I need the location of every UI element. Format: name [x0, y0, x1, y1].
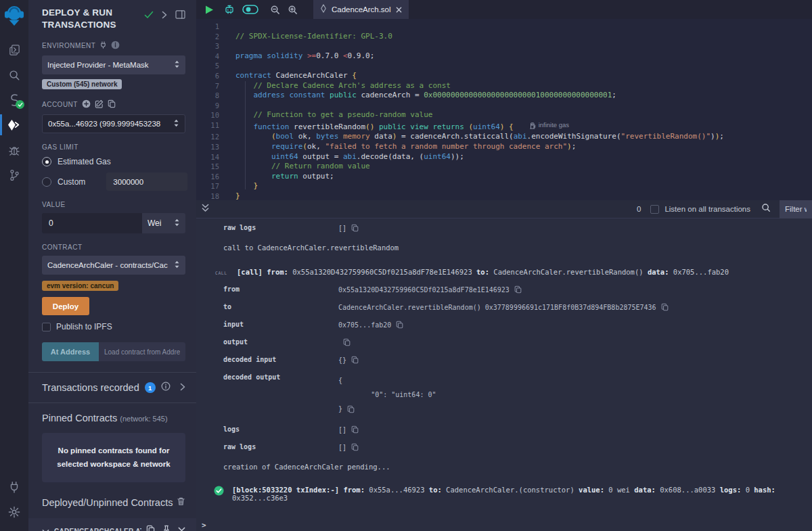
terminal-success-row: [block:5033220 txIndex:-] from: 0x55a...…	[214, 486, 812, 502]
code-editor[interactable]: 12// SPDX-License-Identifier: GPL-3.034p…	[196, 19, 812, 200]
code-line[interactable]: 3	[196, 41, 812, 51]
terminal-kv-row: decoded input{}	[223, 356, 812, 364]
copy-icon[interactable]	[351, 356, 359, 364]
network-badge: Custom (545) network	[42, 79, 122, 89]
copy-contract-icon[interactable]	[146, 525, 155, 531]
code-line[interactable]: 6contract CadenceArchCaler {	[196, 71, 812, 81]
panel-pin-icon[interactable]	[175, 9, 185, 22]
copy-icon[interactable]	[351, 425, 359, 434]
pinned-empty-message: No pinned contracts found for selected w…	[42, 433, 185, 482]
line-number: 2	[196, 32, 226, 42]
plugin-manager-icon[interactable]	[0, 474, 28, 499]
copy-icon[interactable]	[351, 443, 359, 451]
code-line[interactable]: 10 // Function to get a pseudo-random va…	[196, 110, 812, 120]
remix-ai-icon[interactable]	[224, 4, 235, 15]
terminal-kv-row: raw logs[]	[223, 224, 812, 232]
add-account-icon[interactable]	[82, 99, 91, 110]
listen-all-label: Listen on all transactions	[664, 205, 750, 213]
code-line[interactable]: 1	[196, 22, 812, 32]
terminal-filter-input[interactable]	[780, 200, 812, 218]
transactions-info-icon[interactable]	[161, 382, 171, 394]
debugger-icon[interactable]	[0, 137, 28, 162]
panel-expand-icon[interactable]	[162, 9, 167, 22]
code-line[interactable]: 4pragma solidity >=0.7.0 <0.9.0;	[196, 51, 812, 62]
value-input[interactable]	[42, 213, 142, 233]
file-explorer-icon[interactable]	[0, 37, 28, 62]
line-number: 9	[196, 101, 226, 111]
line-number: 4	[196, 51, 226, 62]
copy-icon[interactable]	[514, 285, 522, 294]
code-line[interactable]: 7 // Declare Cadence Arch's address as a…	[196, 81, 812, 91]
copy-icon[interactable]	[396, 321, 403, 329]
terminal-kv-row: from0x55a1320D432759960C5Df0215a8dF78e1E…	[223, 285, 812, 294]
deploy-run-icon[interactable]	[0, 112, 28, 137]
run-script-icon[interactable]	[204, 5, 214, 15]
custom-gas-radio[interactable]	[42, 177, 51, 187]
zoom-out-icon[interactable]	[270, 5, 280, 15]
code-line[interactable]: 2// SPDX-License-Identifier: GPL-3.0	[196, 32, 812, 42]
git-icon[interactable]	[0, 162, 28, 187]
code-line[interactable]: 13 require(ok, "failed to fetch a random…	[196, 142, 812, 152]
panel-check-icon	[144, 9, 154, 22]
environment-info-icon[interactable]	[111, 41, 120, 51]
copy-icon[interactable]	[343, 338, 351, 346]
line-number: 1	[196, 22, 226, 32]
code-line[interactable]: 9	[196, 101, 812, 111]
terminal-body: raw logs[]call to CadenceArchCaler.rever…	[196, 218, 812, 531]
settings-icon[interactable]	[0, 499, 28, 524]
clear-deployed-icon[interactable]	[177, 497, 185, 509]
terminal-kv-block-row: decoded output{ "0": "uint64: 0"}	[223, 373, 812, 416]
deploy-run-panel: DEPLOY & RUN TRANSACTIONS ENVIRONMENT In…	[28, 0, 196, 531]
copy-icon[interactable]	[347, 405, 355, 413]
copy-icon[interactable]	[661, 303, 669, 311]
solidity-file-icon	[320, 3, 327, 16]
tab-close-icon[interactable]	[396, 3, 402, 16]
code-line[interactable]: 16 return output;	[196, 172, 812, 182]
copy-account-icon[interactable]	[108, 99, 116, 110]
at-address-button[interactable]: At Address	[42, 342, 99, 361]
stepper-icon	[174, 218, 180, 229]
value-unit-select[interactable]: Wei	[142, 213, 185, 233]
line-number: 3	[196, 41, 226, 51]
sign-message-icon[interactable]	[95, 99, 104, 110]
success-check-icon[interactable]	[214, 486, 224, 499]
terminal-collapse-icon[interactable]	[202, 203, 209, 215]
terminal-search-icon[interactable]	[761, 203, 771, 215]
ai-toggle-icon[interactable]	[242, 5, 258, 14]
close-contract-icon[interactable]	[178, 525, 185, 531]
remix-logo[interactable]	[4, 4, 24, 29]
search-icon[interactable]	[0, 62, 28, 87]
code-line[interactable]: 11 function revertibleRandom() public vi…	[196, 120, 812, 132]
at-address-input[interactable]	[99, 342, 185, 361]
environment-select[interactable]: Injected Provider - MetaMask	[42, 55, 185, 74]
code-line[interactable]: 5	[196, 61, 812, 71]
listen-all-checkbox[interactable]	[650, 205, 659, 214]
deploy-button[interactable]: Deploy	[42, 297, 89, 315]
transactions-expand-icon[interactable]	[180, 382, 185, 394]
code-line[interactable]: 17 }	[196, 181, 812, 191]
code-line[interactable]: 18}	[196, 191, 812, 200]
terminal-prompt[interactable]: >	[202, 521, 812, 530]
code-line[interactable]: 15 // Return random value	[196, 162, 812, 172]
remix-ide-window: DEPLOY & RUN TRANSACTIONS ENVIRONMENT In…	[0, 0, 812, 531]
terminal-call-row: call[call] from: 0x55a1320D432759960C5Df…	[215, 268, 812, 276]
code-line[interactable]: 8 address constant public cadenceArch = …	[196, 91, 812, 101]
panel-title: DEPLOY & RUN TRANSACTIONS	[42, 7, 143, 30]
chevron-down-icon[interactable]	[42, 525, 49, 531]
terminal-header: 0 Listen on all transactions	[196, 200, 812, 218]
zoom-in-icon[interactable]	[288, 5, 298, 15]
custom-gas-input[interactable]	[106, 172, 187, 191]
stepper-icon	[174, 60, 180, 70]
code-line[interactable]: 12 (bool ok, bytes memory data) = cadenc…	[196, 132, 812, 142]
publish-ipfs-checkbox[interactable]	[42, 323, 51, 331]
code-line[interactable]: 14 uint64 output = abi.decode(data, (uin…	[196, 152, 812, 162]
pin-contract-icon[interactable]	[162, 525, 171, 531]
copy-icon[interactable]	[351, 224, 359, 232]
contract-select[interactable]: CadenceArchCaler - contracts/Cac	[42, 256, 185, 275]
terminal-kv-row: input0x705...fab20	[223, 321, 812, 329]
estimated-gas-radio[interactable]	[42, 157, 51, 166]
account-select[interactable]: 0x55a...46923 (999.9999453238	[42, 114, 185, 133]
solidity-compiler-icon[interactable]	[0, 87, 28, 112]
terminal-log-text: call to CadenceArchCaler.revertibleRando…	[223, 244, 812, 252]
tab-cadencearch-sol[interactable]: CadenceArch.sol	[313, 0, 409, 19]
